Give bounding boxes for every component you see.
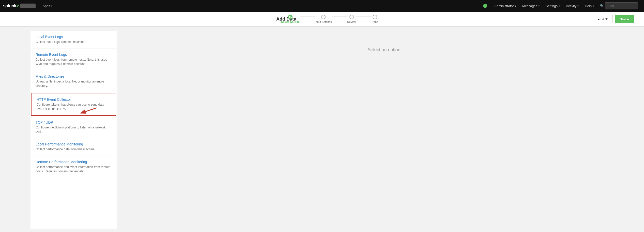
source-list-panel: Local Event Logs Collect event logs from…	[30, 31, 117, 229]
activity-arrow: ▾	[577, 5, 579, 7]
apps-arrow: ▾	[51, 5, 52, 7]
source-title-remote-event-logs: Remote Event Logs	[36, 53, 112, 57]
source-item-local-event-logs[interactable]: Local Event Logs Collect event logs from…	[30, 31, 117, 48]
topnav-right: Administrator ▾ Messages ▾ Settings ▾ Ac…	[480, 0, 641, 12]
select-option-text: Select an option	[367, 47, 400, 53]
activity-label: Activity	[566, 4, 576, 8]
source-title-files-directories: Files & Directories	[36, 74, 112, 78]
source-desc-http-event-collector: Configure tokens that clients can use to…	[37, 103, 111, 111]
administrator-label: Administrator	[494, 4, 514, 8]
select-option-prompt: ← Select an option	[360, 47, 400, 53]
activity-menu[interactable]: Activity ▾	[563, 0, 582, 12]
step-review: Review	[347, 15, 356, 23]
arrow-left-icon: ←	[360, 47, 365, 53]
settings-arrow: ▾	[559, 5, 560, 7]
step-3-label: Review	[347, 20, 356, 23]
apps-label: Apps	[43, 4, 50, 8]
step-2-circle	[321, 15, 326, 19]
step-4-circle	[373, 15, 377, 19]
right-panel: ← Select an option	[117, 27, 644, 229]
step-4-label: Done	[372, 20, 378, 23]
step-1-label: Select Source	[281, 20, 300, 23]
step-2-label: Input Settings	[315, 20, 332, 23]
step-1-circle	[288, 15, 293, 19]
wizard-buttons: ◂ Back Next ▸	[593, 15, 634, 23]
help-arrow: ▾	[593, 5, 594, 7]
source-title-remote-performance: Remote Performance Monitoring	[36, 160, 112, 164]
back-button[interactable]: ◂ Back	[593, 15, 613, 23]
step-select-source: Select Source	[281, 15, 300, 23]
source-desc-tcp-udp: Configure the Splunk platform to listen …	[36, 125, 112, 134]
settings-label: Settings	[546, 4, 558, 8]
svg-point-0	[289, 16, 290, 18]
administrator-menu[interactable]: Administrator ▾	[491, 0, 519, 12]
step-line-1	[300, 16, 315, 17]
administrator-arrow: ▾	[515, 5, 516, 7]
source-item-files-directories[interactable]: Files & Directories Upload a file, index…	[30, 70, 117, 92]
source-desc-remote-event-logs: Collect event logs from remote hosts. No…	[36, 58, 112, 66]
source-desc-remote-performance: Collect performance and event informatio…	[36, 165, 112, 174]
step-line-2	[332, 16, 347, 17]
source-title-local-performance: Local Performance Monitoring	[36, 142, 112, 146]
search-icon: 🔍	[600, 4, 604, 8]
svg-line-1	[81, 108, 97, 113]
source-desc-local-event-logs: Collect event logs from this machine.	[36, 40, 112, 44]
wizard-steps: Select Source Input Settings Review Done	[281, 15, 378, 23]
source-title-tcp-udp: TCP / UDP	[36, 120, 112, 124]
brand-logo[interactable]: splunk>	[3, 3, 36, 9]
source-item-http-event-collector[interactable]: HTTP Event Collector Configure tokens th…	[31, 93, 116, 116]
step-done: Done	[372, 15, 378, 23]
source-desc-local-performance: Collect performance data from this machi…	[36, 147, 112, 152]
step-line-3	[356, 16, 372, 17]
arrow-indicator-container	[79, 105, 99, 117]
messages-menu[interactable]: Messages ▾	[519, 0, 543, 12]
search-input[interactable]	[605, 2, 638, 9]
apps-menu[interactable]: Apps ▾	[40, 0, 56, 12]
status-indicator	[480, 0, 491, 12]
source-item-local-performance[interactable]: Local Performance Monitoring Collect per…	[30, 138, 117, 156]
main-content: Local Event Logs Collect event logs from…	[0, 27, 644, 229]
status-dot-icon	[483, 4, 487, 8]
settings-menu[interactable]: Settings ▾	[543, 0, 563, 12]
source-item-remote-event-logs[interactable]: Remote Event Logs Collect event logs fro…	[30, 48, 117, 71]
help-label: Help	[585, 4, 592, 8]
help-menu[interactable]: Help ▾	[582, 0, 597, 12]
source-desc-files-directories: Upload a file, index a local file, or mo…	[36, 79, 112, 88]
source-title-local-event-logs: Local Event Logs	[36, 35, 112, 39]
top-navigation: splunk> Apps ▾ Administrator ▾ Messages …	[0, 0, 644, 12]
messages-label: Messages	[522, 4, 537, 8]
step-3-circle	[349, 15, 354, 19]
step-input-settings: Input Settings	[315, 15, 332, 23]
messages-arrow: ▾	[538, 5, 540, 7]
find-search[interactable]: 🔍	[597, 0, 641, 12]
source-item-tcp-udp[interactable]: TCP / UDP Configure the Splunk platform …	[30, 116, 117, 138]
wizard-header: Add Data Select Source Input Settings Re…	[0, 12, 644, 27]
source-item-remote-performance[interactable]: Remote Performance Monitoring Collect pe…	[30, 156, 117, 178]
splunk-logo-text: splunk>	[3, 3, 19, 9]
content-wrapper: Local Event Logs Collect event logs from…	[0, 27, 644, 229]
source-title-http-event-collector: HTTP Event Collector	[37, 97, 111, 102]
arrow-indicator-svg	[79, 105, 99, 115]
next-button[interactable]: Next ▸	[615, 15, 634, 23]
